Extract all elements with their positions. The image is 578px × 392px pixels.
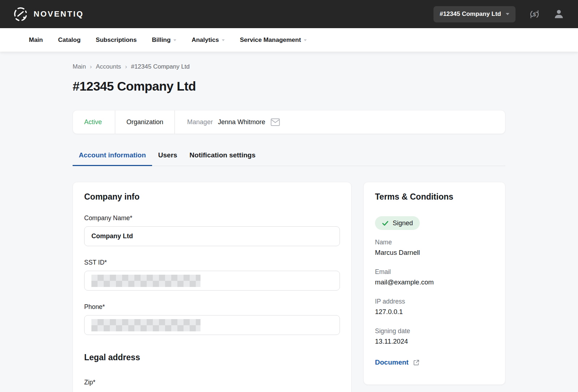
brand-name: NOVENTIQ <box>34 9 84 19</box>
main-navigation: Main Catalog Subscriptions Billing Analy… <box>0 28 578 52</box>
account-tabs: Account information Users Notification s… <box>73 145 505 166</box>
signing-date-group: Signing date 13.11.2024 <box>375 327 494 345</box>
signer-email-value: mail@example.com <box>375 278 494 286</box>
account-status-card: Active Organization Manager Jenna Whitmo… <box>73 110 505 134</box>
breadcrumb-current: #12345 Company Ltd <box>131 63 190 70</box>
company-info-title: Company info <box>84 192 340 202</box>
chevron-down-icon <box>222 39 225 41</box>
top-header: NOVENTIQ #12345 Company Ltd $ <box>0 0 578 28</box>
ip-address-group: IP address 127.0.0.1 <box>375 298 494 316</box>
manager-info: Manager Jenna Whitmore <box>175 110 292 134</box>
tab-notification-settings[interactable]: Notification settings <box>184 145 262 166</box>
ip-address-value: 127.0.0.1 <box>375 308 494 316</box>
user-icon <box>553 9 564 19</box>
company-name-field-group: Company Name* <box>84 214 340 246</box>
breadcrumb-separator: › <box>125 64 127 70</box>
signer-email-group: Email mail@example.com <box>375 268 494 286</box>
svg-text:$: $ <box>533 11 536 17</box>
account-selector-dropdown[interactable]: #12345 Company Ltd <box>434 6 516 22</box>
company-name-input[interactable] <box>84 226 340 246</box>
redacted-value <box>91 275 200 287</box>
document-link[interactable]: Document <box>375 358 420 366</box>
signer-name-value: Marcus Darnell <box>375 249 494 257</box>
external-link-icon <box>413 359 420 366</box>
signed-status-badge: Signed <box>375 216 420 230</box>
terms-title: Terms & Conditions <box>375 192 494 202</box>
sst-id-label: SST ID* <box>84 258 340 266</box>
noventiq-logo[interactable]: NOVENTIQ <box>13 6 84 22</box>
phone-field-group: Phone* <box>84 303 340 335</box>
signer-email-label: Email <box>375 268 494 275</box>
ip-address-label: IP address <box>375 298 494 305</box>
mail-icon[interactable] <box>271 118 280 126</box>
noventiq-globe-icon <box>13 6 29 22</box>
account-type: Organization <box>115 110 174 134</box>
company-info-card: Company info Company Name* SST ID* Phone… <box>73 182 351 392</box>
zip-label: Zip* <box>84 378 340 386</box>
terms-conditions-card: Terms & Conditions Signed Name Marcus Da… <box>363 182 505 385</box>
account-status-badge: Active <box>73 110 115 134</box>
currency-exchange-button[interactable]: $ <box>529 8 540 20</box>
nav-item-catalog[interactable]: Catalog <box>58 36 81 44</box>
company-name-value[interactable] <box>91 232 333 240</box>
signer-name-group: Name Marcus Darnell <box>375 239 494 257</box>
nav-item-service-management[interactable]: Service Management <box>240 36 307 44</box>
signing-date-label: Signing date <box>375 327 494 335</box>
page-title: #12345 Company Ltd <box>73 79 505 93</box>
breadcrumb-main[interactable]: Main <box>73 63 86 70</box>
nav-item-billing[interactable]: Billing <box>152 36 176 44</box>
company-name-label: Company Name* <box>84 214 340 222</box>
chevron-down-icon <box>304 39 307 41</box>
signing-date-value: 13.11.2024 <box>375 337 494 345</box>
chevron-down-icon <box>506 13 509 15</box>
sst-id-input[interactable] <box>84 271 340 291</box>
signer-name-label: Name <box>375 239 494 246</box>
nav-item-subscriptions[interactable]: Subscriptions <box>96 36 137 44</box>
user-profile-button[interactable] <box>553 9 564 19</box>
breadcrumb-separator: › <box>90 64 92 70</box>
phone-input[interactable] <box>84 315 340 335</box>
check-icon <box>382 220 389 227</box>
signed-badge-label: Signed <box>393 219 413 227</box>
sst-id-field-group: SST ID* <box>84 258 340 291</box>
manager-label: Manager <box>187 118 213 126</box>
chevron-down-icon <box>173 39 176 41</box>
nav-item-main[interactable]: Main <box>29 36 43 44</box>
tab-users[interactable]: Users <box>152 145 184 166</box>
legal-address-title: Legal address <box>84 352 340 362</box>
breadcrumb: Main › Accounts › #12345 Company Ltd <box>73 63 505 70</box>
phone-label: Phone* <box>84 303 340 311</box>
document-link-label: Document <box>375 358 409 366</box>
account-selector-label: #12345 Company Ltd <box>440 10 501 18</box>
zip-field-group: Zip* <box>84 378 340 386</box>
manager-name: Jenna Whitmore <box>218 118 265 126</box>
page-content: Main › Accounts › #12345 Company Ltd #12… <box>73 52 505 392</box>
redacted-value <box>91 319 200 331</box>
nav-item-analytics[interactable]: Analytics <box>191 36 225 44</box>
breadcrumb-accounts[interactable]: Accounts <box>96 63 121 70</box>
currency-exchange-icon: $ <box>529 8 540 20</box>
tab-account-information[interactable]: Account information <box>73 145 152 166</box>
